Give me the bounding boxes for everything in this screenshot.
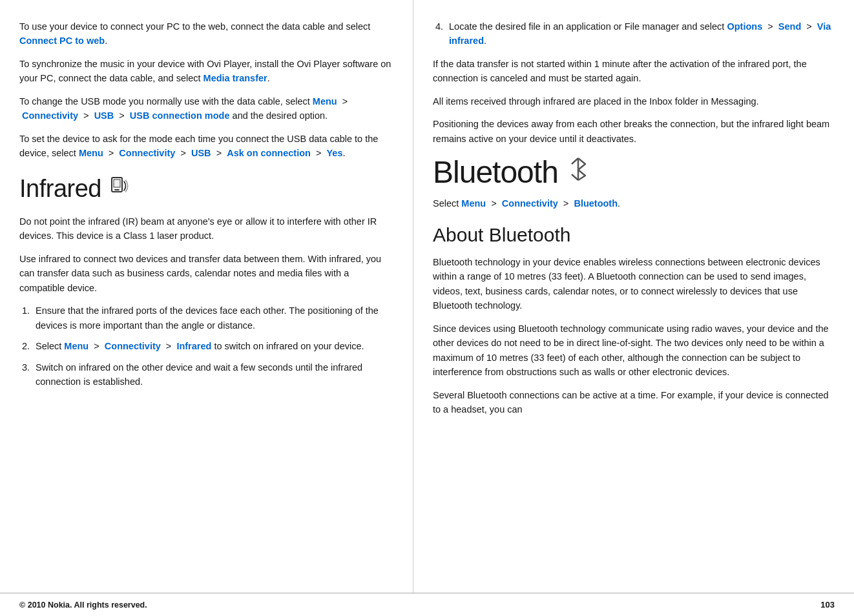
about-p1: Bluetooth technology in your device enab…: [433, 255, 835, 313]
bluetooth-section-title: Bluetooth: [433, 154, 835, 190]
intro-p2: To synchronize the music in your device …: [19, 57, 393, 86]
connect-pc-link[interactable]: Connect PC to web: [19, 36, 105, 46]
positioning-note: Positioning the devices away from each o…: [433, 117, 835, 146]
intro-p3: To change the USB mode you normally use …: [19, 94, 393, 123]
menu-link-bt[interactable]: Menu: [461, 198, 486, 209]
footer-copyright: © 2010 Nokia. All rights reserved.: [19, 601, 147, 610]
inbox-note: All items received through infrared are …: [433, 94, 835, 108]
step-4-list: Locate the desired file in an applicatio…: [433, 19, 835, 48]
connectivity-link-2[interactable]: Connectivity: [119, 148, 175, 158]
bluetooth-link[interactable]: Bluetooth: [574, 198, 618, 209]
about-p2: Since devices using Bluetooth technology…: [433, 322, 835, 380]
yes-link[interactable]: Yes: [326, 148, 342, 158]
infrared-link[interactable]: Infrared: [176, 341, 211, 351]
left-column: To use your device to connect your PC to…: [0, 0, 413, 593]
menu-link-1[interactable]: Menu: [313, 96, 337, 107]
infrared-warning: Do not point the infrared (IR) beam at a…: [19, 214, 393, 243]
right-column: Locate the desired file in an applicatio…: [413, 0, 854, 593]
media-transfer-link[interactable]: Media transfer: [203, 73, 267, 83]
footer: © 2010 Nokia. All rights reserved. 103: [0, 593, 854, 616]
usb-link-2[interactable]: USB: [191, 148, 211, 158]
usb-connection-mode-link[interactable]: USB connection mode: [130, 110, 230, 121]
svg-line-4: [572, 158, 578, 164]
svg-rect-2: [114, 189, 120, 190]
infrared-icon: [108, 175, 130, 202]
step-4: Locate the desired file in an applicatio…: [446, 19, 835, 48]
page-container: To use your device to connect your PC to…: [0, 0, 854, 616]
menu-link-2[interactable]: Menu: [79, 148, 103, 158]
about-bluetooth-title: About Bluetooth: [433, 224, 835, 246]
infrared-desc: Use infrared to connect two devices and …: [19, 252, 393, 295]
send-link[interactable]: Send: [778, 21, 801, 32]
footer-page-number: 103: [820, 600, 835, 610]
usb-link-1[interactable]: USB: [94, 110, 114, 121]
intro-p4: To set the device to ask for the mode ea…: [19, 132, 393, 161]
step-3: Switch on infrared on the other device a…: [32, 360, 393, 389]
transfer-timeout-note: If the data transfer is not started with…: [433, 57, 835, 86]
bluetooth-nav: Select Menu > Connectivity > Bluetooth.: [433, 196, 835, 210]
infrared-steps: Ensure that the infrared ports of the de…: [19, 303, 393, 389]
svg-rect-1: [114, 180, 120, 187]
intro-p1: To use your device to connect your PC to…: [19, 19, 393, 48]
connectivity-link-3[interactable]: Connectivity: [105, 341, 161, 351]
svg-line-5: [572, 174, 578, 180]
menu-link-3[interactable]: Menu: [64, 341, 89, 351]
columns: To use your device to connect your PC to…: [0, 0, 854, 593]
infrared-title-text: Infrared: [19, 175, 101, 203]
infrared-section-title: Infrared: [19, 175, 393, 203]
via-infrared-link[interactable]: Via infrared: [449, 21, 831, 46]
connectivity-link-1[interactable]: Connectivity: [22, 110, 78, 121]
step-1: Ensure that the infrared ports of the de…: [32, 303, 393, 333]
connectivity-link-bt[interactable]: Connectivity: [502, 198, 558, 209]
about-p3: Several Bluetooth connections can be act…: [433, 388, 835, 417]
step-2: Select Menu > Connectivity > Infrared to…: [32, 339, 393, 353]
bluetooth-icon: [566, 156, 590, 189]
options-link[interactable]: Options: [727, 21, 762, 32]
ask-on-connection-link[interactable]: Ask on connection: [227, 148, 311, 158]
bluetooth-title-text: Bluetooth: [433, 154, 558, 190]
